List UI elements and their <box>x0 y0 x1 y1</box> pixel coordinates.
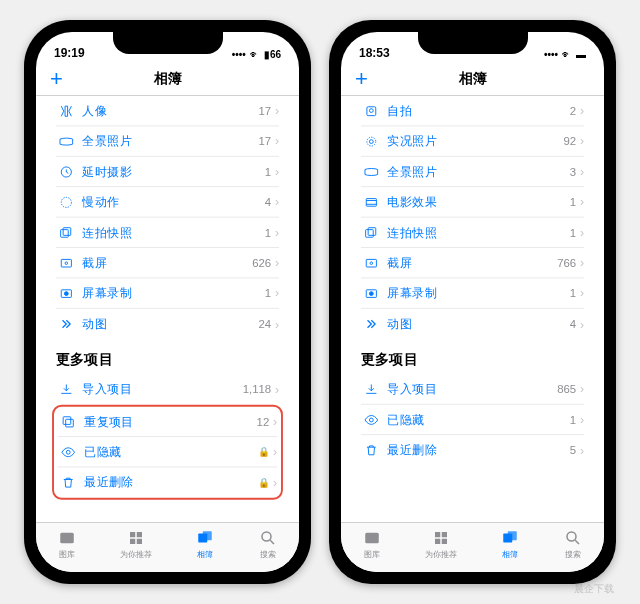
row-count: 12 <box>257 415 270 428</box>
signal-icon: •••• <box>232 49 246 60</box>
pano-icon <box>56 134 77 149</box>
list-row[interactable]: 截屏626› <box>56 248 279 278</box>
row-label: 已隐藏 <box>79 443 258 460</box>
status-time: 19:19 <box>54 46 85 60</box>
tab-图库[interactable]: 图库 <box>362 529 382 560</box>
tab-label: 图库 <box>364 549 380 560</box>
row-label: 实况照片 <box>382 133 564 150</box>
chevron-right-icon: › <box>271 317 279 331</box>
svg-point-29 <box>369 291 373 295</box>
row-count: 17 <box>259 134 272 147</box>
list-row[interactable]: 连拍快照1› <box>361 218 584 248</box>
chevron-right-icon: › <box>576 412 584 426</box>
list-row[interactable]: 连拍快照1› <box>56 218 279 248</box>
trash-icon <box>361 443 382 458</box>
gif-icon <box>56 316 77 331</box>
svg-rect-35 <box>442 539 447 544</box>
signal-icon: •••• <box>544 49 558 60</box>
svg-rect-37 <box>508 531 517 540</box>
svg-rect-15 <box>137 539 142 544</box>
list-row[interactable]: 重复项目12› <box>58 407 277 437</box>
svg-rect-25 <box>368 227 376 235</box>
timelapse-icon <box>56 164 77 179</box>
svg-point-21 <box>369 139 373 143</box>
tab-相簿[interactable]: 相簿 <box>500 529 520 560</box>
more-list-2: 重复项目12›已隐藏🔒›最近删除🔒› <box>58 407 277 498</box>
lock-icon: 🔒 <box>258 447 269 457</box>
list-row[interactable]: 电影效果1› <box>361 187 584 217</box>
nav-title: 相簿 <box>154 70 182 88</box>
row-label: 自拍 <box>382 102 570 119</box>
screenshot-icon <box>56 255 77 270</box>
list-row[interactable]: 动图4› <box>361 309 584 339</box>
tab-为你推荐[interactable]: 为你推荐 <box>425 529 457 560</box>
list-row[interactable]: 导入项目1,118› <box>56 374 279 404</box>
media-types-list: 人像17›全景照片17›延时摄影1›慢动作4›连拍快照1›截屏626›屏幕录制1… <box>56 96 279 339</box>
svg-rect-13 <box>137 532 142 537</box>
section-title: 更多项目 <box>56 339 279 374</box>
live-icon <box>361 134 382 149</box>
list-row[interactable]: 截屏766› <box>361 248 584 278</box>
svg-rect-3 <box>63 227 71 235</box>
list-row[interactable]: 动图24› <box>56 309 279 339</box>
chevron-right-icon: › <box>576 164 584 178</box>
list-row[interactable]: 屏幕录制1› <box>56 278 279 308</box>
row-label: 慢动作 <box>77 193 265 210</box>
add-button[interactable]: + <box>355 68 368 90</box>
svg-rect-4 <box>61 259 71 267</box>
list-row[interactable]: 导入项目865› <box>361 374 584 404</box>
add-button[interactable]: + <box>50 68 63 90</box>
row-count: 1,118 <box>243 383 272 396</box>
list-row[interactable]: 人像17› <box>56 96 279 126</box>
tab-bar: 图库为你推荐相簿搜索 <box>341 522 604 572</box>
row-label: 最近删除 <box>382 442 570 459</box>
burst-icon <box>361 225 382 240</box>
section-title: 更多项目 <box>361 339 584 374</box>
svg-rect-11 <box>61 533 75 544</box>
chevron-right-icon: › <box>576 104 584 118</box>
row-label: 导入项目 <box>77 381 243 398</box>
chevron-right-icon: › <box>576 134 584 148</box>
chevron-right-icon: › <box>271 256 279 270</box>
tab-相簿[interactable]: 相簿 <box>195 529 215 560</box>
svg-point-5 <box>65 261 68 264</box>
tab-label: 图库 <box>59 549 75 560</box>
list-row[interactable]: 屏幕录制1› <box>361 278 584 308</box>
svg-rect-26 <box>366 259 376 267</box>
list-row[interactable]: 最近删除5› <box>361 435 584 465</box>
tab-为你推荐[interactable]: 为你推荐 <box>120 529 152 560</box>
list-row[interactable]: 已隐藏🔒› <box>58 437 277 467</box>
list-row[interactable]: 慢动作4› <box>56 187 279 217</box>
list-row[interactable]: 已隐藏1› <box>361 405 584 435</box>
import-icon <box>56 382 77 397</box>
list-row[interactable]: 全景照片3› <box>361 157 584 187</box>
list-row[interactable]: 实况照片92› <box>361 126 584 156</box>
watermark: 晨企下载 <box>574 582 614 596</box>
row-count: 17 <box>259 104 272 117</box>
row-label: 屏幕录制 <box>77 285 265 302</box>
tab-搜索[interactable]: 搜索 <box>563 529 583 560</box>
battery-icon: ▬ <box>576 49 586 60</box>
svg-rect-2 <box>61 229 69 237</box>
chevron-right-icon: › <box>576 256 584 270</box>
tab-label: 搜索 <box>565 549 581 560</box>
svg-rect-17 <box>203 531 212 540</box>
chevron-right-icon: › <box>576 286 584 300</box>
record-icon <box>56 286 77 301</box>
tab-label: 为你推荐 <box>120 549 152 560</box>
tab-搜索[interactable]: 搜索 <box>258 529 278 560</box>
more-list-1: 导入项目1,118› <box>56 374 279 404</box>
chevron-right-icon: › <box>271 134 279 148</box>
wifi-icon: ᯤ <box>250 49 260 60</box>
svg-rect-24 <box>366 229 374 237</box>
svg-rect-31 <box>366 533 380 544</box>
tab-图库[interactable]: 图库 <box>57 529 77 560</box>
list-row[interactable]: 全景照片17› <box>56 126 279 156</box>
list-row[interactable]: 延时摄影1› <box>56 157 279 187</box>
list-row[interactable]: 最近删除🔒› <box>58 467 277 497</box>
slomo-icon <box>56 194 77 209</box>
list-row[interactable]: 自拍2› <box>361 96 584 126</box>
row-label: 全景照片 <box>77 133 259 150</box>
more-list-2: 导入项目865›已隐藏1›最近删除5› <box>361 374 584 465</box>
chevron-right-icon: › <box>269 414 277 428</box>
